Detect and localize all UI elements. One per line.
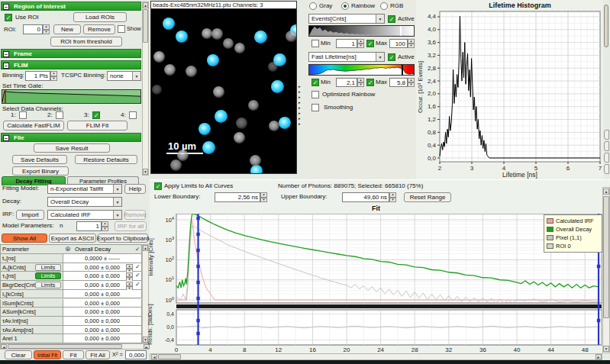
channel-checkbox[interactable] <box>56 111 63 119</box>
scroll-thumb[interactable] <box>603 196 609 318</box>
scroll-thumb[interactable] <box>158 354 181 359</box>
irf-import-button[interactable]: Import <box>16 210 44 220</box>
events-min-input[interactable]: 1 <box>336 39 357 48</box>
chevron-down-icon[interactable]: ▼ <box>132 72 140 80</box>
side-button[interactable] <box>604 164 609 174</box>
curve-check[interactable]: ✓ <box>135 246 140 253</box>
restore-defaults-button[interactable]: Restore Defaults <box>75 155 137 164</box>
upper-boundary-input[interactable]: 49,60 ns <box>342 192 389 202</box>
scroll-up-arrow[interactable]: ▲ <box>603 188 609 195</box>
help-button[interactable]: Help <box>124 184 146 194</box>
events-active-checkbox[interactable]: ✓ <box>388 15 395 23</box>
fit-param-check[interactable]: ✓ <box>135 272 140 279</box>
fit-hscrollbar[interactable]: ◄ ► <box>150 353 602 360</box>
flim-fit-button[interactable]: FLIM Fit <box>67 121 127 130</box>
fit-all-button[interactable]: Fit All <box>86 350 110 359</box>
lifetime-min-input[interactable]: 2,1 <box>336 78 357 87</box>
apply-limits-checkbox[interactable]: ✓ <box>154 182 162 190</box>
irf-for-all-button[interactable]: IRF for all <box>115 221 147 231</box>
param-value-cell[interactable]: 0,0000 ± ------ <box>63 254 142 263</box>
fitting-model-select[interactable]: n-Exponential Tailfit▼ <box>47 184 122 194</box>
section-header-frame[interactable]: –Frame <box>1 49 141 58</box>
lifetime-max-spinner[interactable]: ▲▼ <box>408 78 415 87</box>
roi-new-button[interactable]: New <box>53 24 81 34</box>
initial-fit-button[interactable]: Initial Fit <box>34 350 61 359</box>
lifetime-min-checkbox[interactable]: ✓ <box>311 79 319 86</box>
collapse-icon[interactable]: – <box>3 63 9 69</box>
param-value-cell[interactable]: 0,000 ± 0,000 <box>63 317 142 326</box>
param-value-cell[interactable]: 0,000 ± 0,000 <box>63 299 142 308</box>
scroll-left-arrow[interactable]: ◄ <box>151 354 157 359</box>
lower-boundary-input[interactable]: 2,56 ns <box>215 192 260 202</box>
export-clipboard-button[interactable]: Export to Clipboard <box>98 234 148 243</box>
n-input[interactable]: 1 <box>76 221 102 231</box>
fit-param-check[interactable]: ✓ <box>135 281 140 288</box>
save-defaults-button[interactable]: Save Defaults <box>12 155 67 164</box>
use-roi-checkbox[interactable]: ✓ <box>5 14 12 21</box>
lifetime-max-input[interactable]: 5,8 <box>389 78 408 87</box>
image-splitter[interactable]: ▸▸▸▸▸▸▸▸ <box>298 0 305 179</box>
roi-number-input[interactable]: 0 <box>23 24 43 34</box>
lifetime-channel-select[interactable]: Fast Lifetime[ns]▼ <box>308 52 385 62</box>
channel-checkbox[interactable] <box>19 111 27 119</box>
events-channel-select[interactable]: Events[Cnts]▼ <box>308 14 385 24</box>
reset-range-button[interactable]: Reset Range <box>404 192 451 202</box>
scroll-left-arrow[interactable]: ◄ <box>1 344 7 349</box>
export-binary-button[interactable]: Export Binary <box>12 166 69 176</box>
show-all-checkbox[interactable] <box>118 25 125 34</box>
collapse-icon[interactable]: – <box>3 135 9 141</box>
chevron-down-icon[interactable]: ▼ <box>113 198 121 206</box>
events-max-spinner[interactable]: ▲▼ <box>408 39 415 48</box>
side-button[interactable] <box>604 153 609 163</box>
chevron-down-icon[interactable]: ▼ <box>113 185 121 193</box>
channel-checkbox[interactable]: ✓ <box>92 111 100 119</box>
scroll-down-arrow[interactable]: ▼ <box>603 346 609 352</box>
collapse-icon[interactable]: – <box>3 51 9 57</box>
roi-spinner[interactable]: ▲▼ <box>43 24 50 34</box>
value-spinner[interactable]: ▲▼ <box>126 272 133 279</box>
panel-handle[interactable] <box>604 5 608 47</box>
optimized-rainbow-checkbox[interactable] <box>311 91 319 100</box>
param-value-cell[interactable]: 0,000 ± 0,000 <box>63 308 142 317</box>
lifetime-max-checkbox[interactable]: ✓ <box>366 79 374 86</box>
limits-button[interactable]: Limits <box>35 272 61 279</box>
gray-radio[interactable] <box>309 2 317 11</box>
rgb-radio[interactable] <box>380 2 388 11</box>
side-button[interactable] <box>604 130 609 140</box>
flim-image[interactable]: 10 µm <box>150 9 297 174</box>
save-result-button[interactable]: Save Result <box>34 143 110 153</box>
irf-remove-button[interactable]: Remove <box>124 210 146 220</box>
events-max-cursor[interactable] <box>400 26 402 36</box>
fit-param-check[interactable]: ✓ <box>135 263 140 270</box>
value-spinner[interactable]: ▲▼ <box>126 264 133 271</box>
show-all-button[interactable]: Show All <box>2 234 47 243</box>
smoothing-checkbox[interactable] <box>311 104 319 113</box>
fit-vscrollbar[interactable]: ▲ ▼ <box>602 187 610 353</box>
lifetime-min-spinner[interactable]: ▲▼ <box>357 78 364 87</box>
events-max-checkbox[interactable]: ✓ <box>366 40 374 47</box>
section-header-file[interactable]: –File <box>1 133 141 142</box>
time-gate-plot[interactable] <box>2 89 141 104</box>
rainbow-radio[interactable] <box>341 2 349 11</box>
section-header-roi[interactable]: –Region of Interest <box>1 2 141 11</box>
scroll-thumb[interactable] <box>143 9 148 43</box>
scroll-right-arrow[interactable]: ► <box>595 354 602 359</box>
events-gradient-bar[interactable] <box>308 25 415 37</box>
calculate-fastflim-button[interactable]: Calculate FastFLIM <box>3 121 64 130</box>
irf-select[interactable]: Calculated IRF▼ <box>47 210 122 220</box>
roi-remove-button[interactable]: Remove <box>83 24 115 34</box>
scroll-up-arrow[interactable]: ▲ <box>143 2 148 8</box>
events-min-checkbox[interactable] <box>311 40 319 49</box>
tcspc-binning-select[interactable]: none▼ <box>107 71 141 81</box>
events-min-spinner[interactable]: ▲▼ <box>357 39 364 48</box>
side-button[interactable] <box>604 141 609 151</box>
scroll-thumb[interactable] <box>8 344 122 349</box>
param-value-cell[interactable]: 0,000 ± 0,000 <box>63 290 142 299</box>
lower-boundary-spinner[interactable]: ▲▼ <box>260 192 267 202</box>
clear-button[interactable]: Clear <box>5 350 32 359</box>
events-max-input[interactable]: 100 <box>389 39 408 48</box>
param-value-cell[interactable]: 0,000 ± 0,000 <box>63 334 142 343</box>
section-header-flim[interactable]: –FLIM <box>1 60 141 69</box>
param-value-cell[interactable]: 0,000 ± 0,000 <box>63 326 142 335</box>
fit-button[interactable]: Fit <box>63 350 84 359</box>
